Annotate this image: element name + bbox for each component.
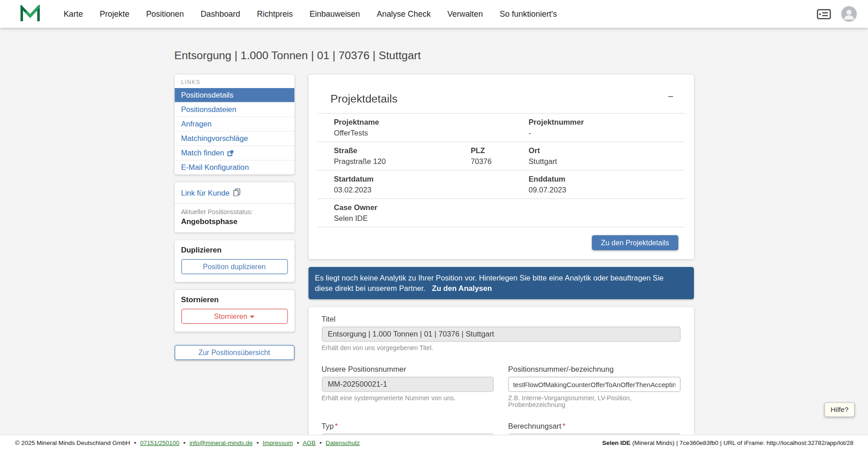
position-form-card: Titel Erhält den von uns vorgegebenen Ti… [308,307,694,449]
berechnungsart-label: Berechnungsart* [508,422,680,430]
table-row: Startdatum 03.02.2023 Enddatum 09.07.202… [317,171,684,199]
our-position-number-helper: Erhält eine systemgenerierte Nummer von … [321,395,494,402]
typ-label: Typ* [321,422,494,430]
nav-item-verwalten[interactable]: Verwalten [448,9,483,19]
required-marker: * [335,422,338,430]
navbar-right [816,6,857,22]
nav-item-dashboard[interactable]: Dashboard [201,9,241,19]
position-status-label: Aktueller Positionsstatus: [181,208,288,215]
cancel-card: Stornieren Stornieren [175,290,294,332]
status-card: Link für Kunde Aktueller Positionsstatus… [175,182,294,232]
server-icon[interactable] [816,9,831,19]
copyright-text: © 2025 Mineral Minds Deutschland GmbH [15,439,130,446]
cancel-button-label: Stornieren [214,312,247,321]
session-details: (Mineral Minds) | 7ce360e83fb0 | URL of … [631,439,854,446]
nav-item-positionen[interactable]: Positionen [146,9,184,19]
divider [175,203,294,204]
sidebar-item-label: E-Mail Konfiguration [181,164,249,172]
position-overview-button[interactable]: Zur Positionsübersicht [175,345,294,360]
field-value: - [528,128,684,138]
go-to-project-details-button[interactable]: Zu den Projektdetails [592,235,678,250]
sidebar-item-email-konfiguration[interactable]: E-Mail Konfiguration [175,160,294,174]
separator: • [134,439,136,446]
titel-input [321,327,680,341]
customer-link[interactable]: Link für Kunde [181,188,288,198]
chevron-down-icon [250,315,255,318]
position-number-input[interactable] [508,377,680,392]
footer-link-phone[interactable]: 07151/250100 [140,439,179,446]
field-label: Projektname [334,117,528,127]
position-number-helper: Z.B. Interne-Vorgangsnummer, LV-Position… [508,395,680,408]
table-row: Straße Pragstraße 120 PLZ 70376 Ort Stut… [317,142,684,171]
separator: • [183,439,185,446]
field-label: Enddatum [528,174,684,184]
separator: • [256,439,259,446]
project-details-title: Projektdetails [330,93,685,105]
cancel-heading: Stornieren [181,295,288,304]
typ-label-text: Typ [321,422,334,430]
project-details-table: Projektname OfferTests Projektnummer - S… [317,113,684,227]
links-card: LINKS Positionsdetails Positionsdateien … [175,75,294,174]
titel-helper: Erhält den von uns vorgegebenen Titel. [321,345,680,351]
titel-field: Titel Erhält den von uns vorgegebenen Ti… [321,315,680,351]
mineral-minds-logo[interactable] [20,5,40,23]
nav-item-einbauweisen[interactable]: Einbauweisen [310,9,360,19]
field-label: PLZ [471,146,528,155]
project-details-card: Projektdetails − Projektname OfferTests … [308,75,694,259]
sidebar-item-label: Anfragen [181,120,212,128]
sidebar-item-match-finden[interactable]: Match finden [175,146,294,160]
field-value: Pragstraße 120 [334,157,471,166]
footer-link-email[interactable]: info@mineral-minds.de [189,439,253,446]
links-header: LINKS [175,75,294,88]
customer-link-label: Link für Kunde [181,189,229,197]
session-info: Selen IDE (Mineral Minds) | 7ce360e83fb0… [602,439,854,446]
top-navbar: Karte Projekte Positionen Dashboard Rich… [0,0,868,28]
separator: • [320,439,322,446]
position-number-field: Positionsnummer/-bezeichnung Z.B. Intern… [508,365,680,408]
field-value: Selen IDE [334,214,684,223]
footer-links: © 2025 Mineral Minds Deutschland GmbH • … [15,439,359,446]
sidebar-item-positionsdetails[interactable]: Positionsdetails [175,88,294,103]
duplicate-heading: Duplizieren [181,246,288,254]
nav-item-projekte[interactable]: Projekte [99,9,129,19]
help-button[interactable]: Hilfe? [825,402,855,417]
session-user: Selen IDE [602,439,631,446]
field-label: Startdatum [334,174,528,184]
berechnungsart-label-text: Berechnungsart [508,422,561,430]
sidebar-item-anfragen[interactable]: Anfragen [175,117,294,131]
sidebar-item-label: Positionsdetails [181,91,233,99]
sidebar-item-label: Matchingvorschläge [181,134,248,143]
field-label: Straße [334,146,471,155]
collapse-icon[interactable]: − [668,91,674,101]
our-position-number-input [321,377,494,392]
go-to-analyses-link[interactable]: Zu den Analysen [432,284,492,293]
field-value: 03.02.2023 [334,185,528,195]
separator: • [297,439,299,446]
table-row: Projektname OfferTests Projektnummer - [317,114,684,142]
sidebar-item-positionsdateien[interactable]: Positionsdateien [175,103,294,117]
nav-item-so-funktionierts[interactable]: So funktioniert's [500,9,557,19]
position-number-label: Positionsnummer/-bezeichnung [508,365,680,374]
nav-item-richtpreis[interactable]: Richtpreis [257,9,293,19]
nav-item-analyse-check[interactable]: Analyse Check [377,9,430,19]
page-title: Entsorgung | 1.000 Tonnen | 01 | 70376 |… [175,48,694,62]
sidebar-item-matchingvorschlaege[interactable]: Matchingvorschläge [175,131,294,146]
footer-link-agb[interactable]: AGB [302,439,316,446]
analytics-info-banner: Es liegt noch keine Analytik zu Ihrer Po… [308,267,694,299]
our-position-number-field: Unsere Positionsnummer Erhält eine syste… [321,365,494,408]
external-link-icon [227,150,234,156]
main-nav: Karte Projekte Positionen Dashboard Rich… [64,9,817,19]
sidebar-item-label: Positionsdateien [181,105,236,114]
cancel-position-button[interactable]: Stornieren [181,309,288,324]
titel-label: Titel [321,315,680,323]
nav-item-karte[interactable]: Karte [64,9,83,19]
copy-icon [233,188,240,198]
field-label: Ort [528,146,684,155]
duplicate-card: Duplizieren Position duplizieren [175,240,294,282]
account-avatar[interactable] [841,6,857,22]
footer-link-datenschutz[interactable]: Datenschutz [326,439,359,446]
field-value: 70376 [471,157,528,166]
field-label: Case Owner [334,203,684,212]
duplicate-position-button[interactable]: Position duplizieren [181,259,288,274]
footer-link-impressum[interactable]: Impressum [263,439,293,446]
